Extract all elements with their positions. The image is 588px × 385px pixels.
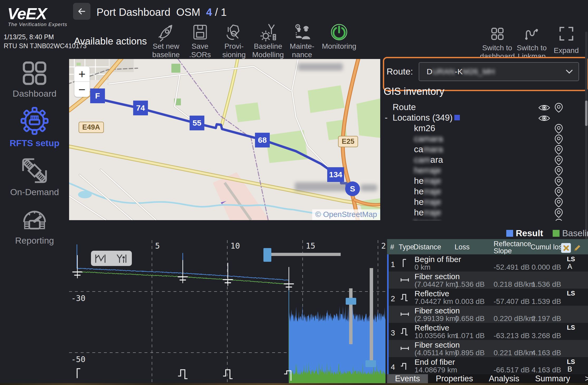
collapse-toggle[interactable]: - xyxy=(385,113,388,123)
sidebar-item-rfts-setup[interactable]: RFTS setup xyxy=(0,105,69,148)
scrollbar-thumb[interactable] xyxy=(585,101,587,126)
save-sors-button[interactable]: Save .SORs xyxy=(183,22,217,59)
sidebar-item-label: RFTS setup xyxy=(0,138,69,148)
location-pin-icon[interactable] xyxy=(555,198,563,208)
gis-location-item[interactable]: camara xyxy=(384,134,586,144)
locations-color-swatch[interactable] xyxy=(454,115,460,120)
location-pin-icon[interactable] xyxy=(555,166,563,176)
cursor-a-bar[interactable] xyxy=(349,288,353,344)
event-marker[interactable] xyxy=(284,267,294,290)
map-tag: OSM xyxy=(176,6,200,18)
map-marker-s[interactable]: S xyxy=(345,181,360,196)
location-pin-icon[interactable] xyxy=(555,124,563,134)
event-marker[interactable] xyxy=(223,263,233,286)
gis-location-item[interactable]: km26 xyxy=(384,123,586,134)
fiber-section-row[interactable]: Fiber section(4.05114 km)0.895 dB0.221 d… xyxy=(387,340,588,357)
tab-analysis[interactable]: Analysis xyxy=(481,374,527,383)
monitoring-button[interactable]: Monitoring xyxy=(319,22,359,59)
map-marker-55[interactable]: 55 xyxy=(190,116,204,130)
fiber-section-row[interactable]: Fiber section(7.04427 km)1.536 dB0.218 d… xyxy=(387,272,588,289)
map-marker-68[interactable]: 68 xyxy=(255,133,270,147)
chart-tools-panel[interactable] xyxy=(91,251,132,266)
reporting-gauge-icon xyxy=(0,204,69,234)
switch-to-linkmap-button[interactable]: Switch to Linkmap xyxy=(514,24,549,61)
reflective-event-icon xyxy=(399,292,410,303)
event-glyph-begin[interactable] xyxy=(77,369,80,378)
gis-location-item[interactable]: herraje xyxy=(384,208,586,218)
event-row[interactable]: 2 ReflectiveLS7.04427 km0.003 dB-57.407 … xyxy=(387,289,588,306)
map-attribution[interactable]: © OpenStreetMap xyxy=(312,209,380,220)
bottom-tabs: Events Properties Analysis Summary >> xyxy=(387,374,588,383)
cursor-b-bar[interactable] xyxy=(370,268,373,361)
map-marker-f[interactable]: F xyxy=(90,88,105,103)
set-new-baseline-button[interactable]: Set new baseline xyxy=(149,22,183,59)
provisioning-button[interactable]: Provi- sioning xyxy=(217,22,251,59)
gis-location-item[interactable]: camara xyxy=(384,155,586,165)
gis-location-item[interactable]: herraje xyxy=(384,197,586,208)
gis-locations-row[interactable]: - Locations (349) xyxy=(384,113,586,123)
port-total: 1 xyxy=(221,6,226,18)
trace-marker-tool-icon[interactable] xyxy=(115,253,128,264)
fiber-section-row[interactable]: Fiber section(2.99139 km)0.658 dB0.220 d… xyxy=(387,306,588,323)
event-glyph-reflective[interactable] xyxy=(223,370,233,379)
x-tick-label: 10 xyxy=(230,241,240,250)
tab-events[interactable]: Events xyxy=(387,374,428,383)
gis-route-row[interactable]: Route xyxy=(384,102,586,113)
baseline-label: Baseline xyxy=(562,228,588,238)
map-marker-74[interactable]: 74 xyxy=(133,101,148,115)
back-button[interactable] xyxy=(73,3,90,20)
baseline-modelling-button[interactable]: Baseline Modelling xyxy=(251,22,285,59)
zoom-out-button[interactable]: − xyxy=(74,82,90,97)
location-pin-icon[interactable] xyxy=(555,208,563,218)
map-canvas[interactable] xyxy=(69,59,380,220)
trace-zoom-tool-icon[interactable] xyxy=(94,253,108,264)
event-row[interactable]: 3 ReflectiveLS10.03566 km1.071 dB-63.213… xyxy=(387,323,588,340)
location-pin-icon[interactable] xyxy=(555,155,563,165)
zoom-in-button[interactable]: + xyxy=(74,66,90,82)
expand-button[interactable]: Expand xyxy=(549,24,584,61)
gis-location-item[interactable]: herraje xyxy=(384,165,586,176)
location-pin-icon[interactable] xyxy=(555,219,563,221)
events-table-rows: 1 Begin of fiberLS0 km-52.491 dB0.000 dB… xyxy=(387,254,588,374)
location-pin-icon[interactable] xyxy=(555,187,563,197)
gis-location-item[interactable]: herraje xyxy=(384,218,586,221)
chart-h-scrollbar-track[interactable] xyxy=(266,253,341,256)
trace-legend: Result Baseline xyxy=(506,228,588,238)
route-dropdown[interactable]: DURAN-KM26_MH xyxy=(419,62,579,81)
switch-to-dashboard-button[interactable]: Switch to dashboard xyxy=(480,24,514,61)
page-title: Port Dashboard OSM 4 / 1 xyxy=(97,6,227,18)
tabs-more-button[interactable]: >> xyxy=(578,374,588,383)
y-tick-label: -30 xyxy=(71,294,85,303)
event-row[interactable]: 4 End of fiberLS14.08679 km-66.517 dB4.1… xyxy=(387,357,588,374)
table-crossed-tools-icon[interactable] xyxy=(561,243,571,253)
maintenance-icon xyxy=(285,22,319,42)
events-table: # Type Distance Loss Reflectance Slope C… xyxy=(387,239,588,374)
location-pin-icon[interactable] xyxy=(555,145,563,155)
chart-h-scrollbar-handle[interactable] xyxy=(263,248,271,262)
cursor-b-handle[interactable] xyxy=(365,360,376,367)
tab-summary[interactable]: Summary xyxy=(527,374,578,383)
sidebar-item-dashboard[interactable]: Dashboard xyxy=(0,60,69,99)
event-marker[interactable] xyxy=(178,260,188,283)
table-edit-pencil-icon[interactable] xyxy=(573,243,582,253)
map-marker-134[interactable]: 134 xyxy=(327,167,344,182)
event-row[interactable]: 1 Begin of fiberLS0 km-52.491 dB0.000 dB… xyxy=(387,254,588,272)
x-tick-label: 15 xyxy=(306,241,315,250)
location-pin-icon[interactable] xyxy=(555,176,563,186)
event-glyph-reflective[interactable] xyxy=(178,370,187,379)
map-zoom-control: + − xyxy=(74,66,90,97)
location-pin-icon[interactable] xyxy=(555,103,563,113)
event-marker[interactable] xyxy=(72,255,82,278)
sidebar-item-on-demand[interactable]: On-Demand xyxy=(0,156,69,197)
maintenance-button[interactable]: Mainte- nance xyxy=(285,22,319,59)
eye-icon[interactable] xyxy=(538,114,550,122)
location-pin-icon[interactable] xyxy=(555,134,563,144)
floppy-icon xyxy=(183,22,217,42)
gis-location-item[interactable]: herraje xyxy=(384,176,586,186)
cursor-a-handle[interactable] xyxy=(346,298,356,305)
eye-icon[interactable] xyxy=(538,104,550,112)
tab-properties[interactable]: Properties xyxy=(428,374,481,383)
gis-location-item[interactable]: herraje xyxy=(384,186,586,197)
sidebar-item-reporting[interactable]: Reporting xyxy=(0,204,69,246)
gis-location-item[interactable]: camara xyxy=(384,144,586,155)
